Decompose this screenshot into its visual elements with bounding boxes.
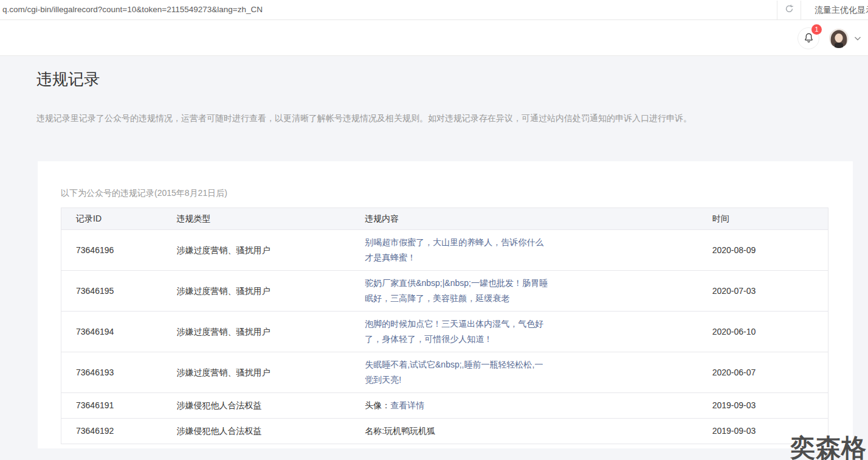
table-caption: 以下为公众号的违规记录(2015年8月21日后) [61,188,227,199]
record-id: 73646195 [61,271,162,312]
notification-badge: 1 [811,24,822,35]
refresh-button[interactable] [777,1,801,19]
traffic-optimizer-label[interactable]: 流量主优化显示 [815,0,868,19]
violation-content: 头像：查看详情 [365,398,548,413]
violation-table-body: 73646196涉嫌过度营销、骚扰用户别喝超市假蜜了，大山里的养蜂人，告诉你什么… [61,230,828,444]
refresh-icon [784,4,794,16]
view-details-link[interactable]: 查看详情 [390,400,424,410]
violation-time: 2020-07-03 [698,271,828,312]
violation-type: 涉嫌过度营销、骚扰用户 [162,352,350,393]
violation-time: 2019-09-03 [698,393,828,419]
table-row: 73646192涉嫌侵犯他人合法权益名称:玩机鸭玩机狐2019-09-03 [61,419,828,444]
address-bar-url[interactable]: q.com/cgi-bin/illegalrecord?count=10&tok… [2,0,263,19]
records-card: 以下为公众号的违规记录(2015年8月21日后) 记录ID违规类型违规内容时间 … [38,161,853,448]
browser-address-bar: q.com/cgi-bin/illegalrecord?count=10&tok… [0,0,868,20]
content-label: 头像： [365,400,390,410]
bell-icon [803,32,815,46]
violation-content-link[interactable]: 泡脚的时候加点它！三天逼出体内湿气，气色好了，身体轻了，可惜很少人知道！ [365,316,548,347]
table-row: 73646196涉嫌过度营销、骚扰用户别喝超市假蜜了，大山里的养蜂人，告诉你什么… [61,230,828,271]
table-header-row: 记录ID违规类型违规内容时间 [61,208,828,230]
app-header: 1 [0,20,868,56]
violation-type: 涉嫌侵犯他人合法权益 [162,393,350,419]
violation-records-table: 记录ID违规类型违规内容时间 73646196涉嫌过度营销、骚扰用户别喝超市假蜜… [61,207,828,444]
watermark-text: 奕森格 [790,431,867,460]
column-header: 时间 [698,208,828,230]
column-header: 违规内容 [350,208,698,230]
violation-time: 2020-06-10 [698,312,828,352]
table-row: 73646194涉嫌过度营销、骚扰用户泡脚的时候加点它！三天逼出体内湿气，气色好… [61,312,828,352]
violation-type: 涉嫌过度营销、骚扰用户 [162,230,350,271]
violation-content-text: 名称:玩机鸭玩机狐 [365,423,548,439]
violation-time: 2020-06-07 [698,352,828,393]
table-row: 73646193涉嫌过度营销、骚扰用户失眠睡不着,试试它&nbsp;,睡前一瓶轻… [61,352,828,393]
record-id: 73646193 [61,352,162,393]
violation-type: 涉嫌过度营销、骚扰用户 [162,271,350,312]
violation-content-link[interactable]: 失眠睡不着,试试它&nbsp;,睡前一瓶轻轻松松,一觉到天亮! [365,357,548,388]
record-id: 73646191 [61,393,162,419]
table-row: 73646195涉嫌过度营销、骚扰用户驼奶厂家直供&nbsp;|&nbsp;一罐… [61,271,828,312]
page-title: 违规记录 [36,69,100,90]
violation-time: 2020-08-09 [698,230,828,271]
column-header: 违规类型 [162,208,350,230]
violation-type: 涉嫌侵犯他人合法权益 [162,419,350,444]
record-id: 73646192 [61,419,162,444]
record-id: 73646196 [61,230,162,271]
record-id: 73646194 [61,312,162,352]
chevron-down-icon[interactable] [853,34,862,43]
violation-type: 涉嫌过度营销、骚扰用户 [162,312,350,352]
violation-content-link[interactable]: 别喝超市假蜜了，大山里的养蜂人，告诉你什么才是真蜂蜜！ [365,235,548,265]
table-row: 73646191涉嫌侵犯他人合法权益头像：查看详情2019-09-03 [61,393,828,419]
avatar[interactable] [829,29,849,48]
notifications-button[interactable]: 1 [797,27,819,49]
page-description: 违规记录里记录了公众号的违规情况，运营者可随时进行查看，以更清晰了解帐号违规情况… [36,112,717,124]
column-header: 记录ID [61,208,162,230]
violation-content-link[interactable]: 驼奶厂家直供&nbsp;|&nbsp;一罐也批发！肠胃睡眠好，三高降了，美容驻颜… [365,276,548,306]
